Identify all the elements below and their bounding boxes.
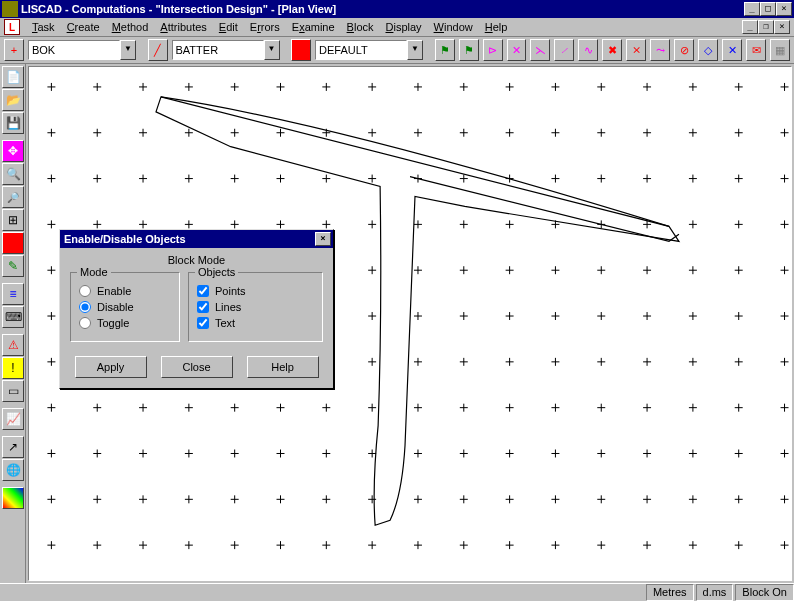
menu-method[interactable]: Method [106,19,155,35]
intersect4-icon[interactable]: ⟋ [554,39,574,61]
dialog-titlebar[interactable]: Enable/Disable Objects × [60,230,333,248]
new-file-icon[interactable]: 📄 [2,66,24,88]
enable-disable-dialog: Enable/Disable Objects × Block Mode Mode… [59,229,334,389]
radio-disable-label: Disable [97,301,134,313]
zoom-out-icon[interactable]: 🔎 [2,186,24,208]
check-lines[interactable]: Lines [197,301,314,313]
layer-input[interactable] [28,40,120,60]
layers-icon[interactable]: ≡ [2,283,24,305]
mode-legend: Mode [77,266,111,278]
palette-icon[interactable] [2,487,24,509]
move-icon[interactable]: ✥ [2,140,24,162]
node-icon[interactable]: ◇ [698,39,718,61]
menu-create[interactable]: Create [61,19,106,35]
keyboard-icon[interactable]: ⌨ [2,306,24,328]
chevron-down-icon[interactable]: ▼ [120,40,136,60]
traverse-icon[interactable]: ⤳ [650,39,670,61]
red-block-icon[interactable] [2,232,24,254]
menu-block[interactable]: Block [341,19,380,35]
dialog-heading: Block Mode [70,254,323,266]
app-icon [2,1,18,17]
maximize-button[interactable]: □ [760,2,776,16]
color-swatch-icon[interactable] [291,39,311,61]
menubar: L Task Create Method Attributes Edit Err… [0,18,794,37]
check-text-label: Text [215,317,235,329]
window-title: LISCAD - Computations - "Intersection De… [21,3,744,15]
grid-icon[interactable]: ▦ [770,39,790,61]
intersect3-icon[interactable]: ⋋ [530,39,550,61]
dialog-close-button[interactable]: × [315,232,331,246]
mdi-close-button[interactable]: × [774,20,790,34]
check-points[interactable]: Points [197,285,314,297]
doc-icon[interactable]: L [4,19,20,35]
menu-errors[interactable]: Errors [244,19,286,35]
toolbar: + ▼ ╱ ▼ ▼ ⚑ ⚑ ⊳ ✕ ⋋ ⟋ ∿ ✖ ⨯ ⤳ ⊘ ◇ ✕ ✉ ▦ [0,37,794,64]
radio-toggle[interactable]: Toggle [79,317,171,329]
minimize-button[interactable]: _ [744,2,760,16]
objects-legend: Objects [195,266,238,278]
help-button[interactable]: Help [247,356,319,378]
mode-fieldset: Mode Enable Disable Toggle [70,272,180,342]
mail-icon[interactable]: ✉ [746,39,766,61]
menu-help[interactable]: Help [479,19,514,35]
close-button-dlg[interactable]: Close [161,356,233,378]
dialog-title: Enable/Disable Objects [62,233,315,245]
statusbar: Metres d.ms Block On [0,583,794,601]
radio-enable-label: Enable [97,285,131,297]
radio-disable[interactable]: Disable [79,301,171,313]
radio-toggle-label: Toggle [97,317,129,329]
layer-dropdown[interactable]: ▼ [28,40,136,60]
node2-icon[interactable]: ✕ [722,39,742,61]
status-block: Block On [735,584,794,601]
close-button[interactable]: × [776,2,792,16]
menu-window[interactable]: Window [428,19,479,35]
menu-examine[interactable]: Examine [286,19,341,35]
menu-edit[interactable]: Edit [213,19,244,35]
style-dropdown[interactable]: ▼ [315,40,423,60]
mdi-restore-button[interactable]: ❐ [758,20,774,34]
alert-icon[interactable]: ⚠ [2,334,24,356]
status-units: Metres [646,584,694,601]
globe-icon[interactable]: 🌐 [2,459,24,481]
menu-attributes[interactable]: Attributes [154,19,212,35]
mdi-minimize-button[interactable]: _ [742,20,758,34]
window-split-icon[interactable]: ⊞ [2,209,24,231]
save-file-icon[interactable]: 💾 [2,112,24,134]
warn-icon[interactable]: ! [2,357,24,379]
check-text[interactable]: Text [197,317,314,329]
intersect5-icon[interactable]: ∿ [578,39,598,61]
apply-button[interactable]: Apply [75,356,147,378]
open-file-icon[interactable]: 📂 [2,89,24,111]
linetype-input[interactable] [172,40,264,60]
check-points-label: Points [215,285,246,297]
noentry-icon[interactable]: ⊘ [674,39,694,61]
flag-green2-icon[interactable]: ⚑ [459,39,479,61]
chart-icon[interactable]: 📈 [2,408,24,430]
status-angle: d.ms [696,584,734,601]
line-style-icon[interactable]: ╱ [148,39,168,61]
point-marker-icon[interactable]: + [4,39,24,61]
chevron-down-icon[interactable]: ▼ [264,40,280,60]
menu-display[interactable]: Display [380,19,428,35]
check-lines-label: Lines [215,301,241,313]
style-input[interactable] [315,40,407,60]
intersect2-icon[interactable]: ✕ [507,39,527,61]
delete2-icon[interactable]: ⨯ [626,39,646,61]
chevron-down-icon[interactable]: ▼ [407,40,423,60]
preview-icon[interactable]: ▭ [2,380,24,402]
zoom-in-icon[interactable]: 🔍 [2,163,24,185]
flag-green-icon[interactable]: ⚑ [435,39,455,61]
arrow-icon[interactable]: ↗ [2,436,24,458]
radio-enable[interactable]: Enable [79,285,171,297]
linetype-dropdown[interactable]: ▼ [172,40,280,60]
delete1-icon[interactable]: ✖ [602,39,622,61]
menu-task[interactable]: Task [26,19,61,35]
objects-fieldset: Objects Points Lines Text [188,272,323,342]
pencil-icon[interactable]: ✎ [2,255,24,277]
left-toolbar: 📄 📂 💾 ✥ 🔍 🔎 ⊞ ✎ ≡ ⌨ ⚠ ! ▭ 📈 ↗ 🌐 [0,64,26,583]
intersect1-icon[interactable]: ⊳ [483,39,503,61]
titlebar: LISCAD - Computations - "Intersection De… [0,0,794,18]
